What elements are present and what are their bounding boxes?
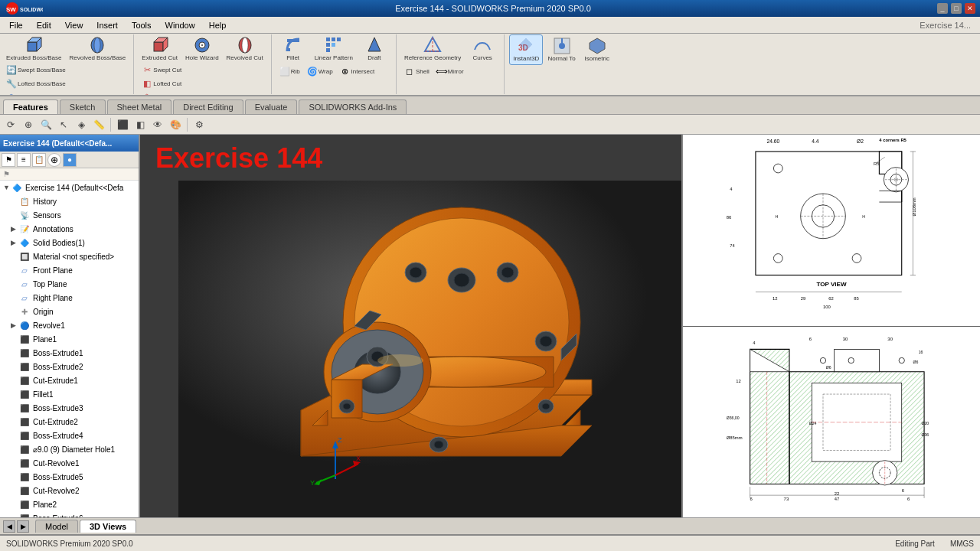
linear-pattern-button[interactable]: Linear Pattern: [312, 34, 356, 64]
tree-view-button[interactable]: ≡: [17, 153, 31, 167]
tree-item-boss-extrude3[interactable]: ⬛ Boss-Extrude3: [0, 401, 139, 415]
tab-features[interactable]: Features: [3, 99, 58, 114]
lofted-boss-button[interactable]: 🔧 Lofted Boss/Base: [3, 77, 68, 91]
extruded-cut-button[interactable]: Extruded Cut: [139, 34, 181, 64]
extruded-boss-button[interactable]: Extruded Boss/Base: [3, 34, 64, 64]
tree-color-button[interactable]: ●: [63, 153, 77, 167]
intersect-button[interactable]: ⊗ Intersect: [337, 65, 377, 79]
menu-insert[interactable]: Insert: [90, 19, 124, 31]
tab-model[interactable]: Model: [35, 520, 78, 533]
rotate-view-button[interactable]: ⟳: [3, 117, 18, 132]
app-logo: SW SOLIDWORKS: [5, 2, 43, 15]
display-style-button[interactable]: ⬛: [115, 117, 130, 132]
curves-button[interactable]: Curves: [466, 34, 499, 64]
tree-item-front-plane[interactable]: ▱ Front Plane: [0, 263, 139, 277]
tree-label-origin: Origin: [33, 308, 54, 316]
tree-item-annotations[interactable]: ▶ 📝 Annotations: [0, 222, 139, 236]
menu-window[interactable]: Window: [159, 19, 201, 31]
menu-file[interactable]: File: [3, 19, 29, 31]
maximize-button[interactable]: □: [951, 3, 962, 14]
wrap-label: Wrap: [318, 68, 333, 75]
svg-text:SW: SW: [6, 6, 16, 13]
tree-item-boss-extrude2[interactable]: ⬛ Boss-Extrude2: [0, 360, 139, 373]
tree-item-boss-extrude5[interactable]: ⬛ Boss-Extrude5: [0, 470, 139, 484]
draft-icon: [365, 36, 384, 54]
wrap-button[interactable]: 🌀 Wrap: [304, 65, 335, 79]
mirror-button[interactable]: ⟺ Mirror: [433, 65, 466, 79]
tree-item-cut-revolve2[interactable]: ⬛ Cut-Revolve2: [0, 484, 139, 497]
tree-item-boss-extrude4[interactable]: ⬛ Boss-Extrude4: [0, 429, 139, 442]
draft-button[interactable]: Draft: [358, 34, 391, 64]
select-button[interactable]: ↖: [56, 117, 71, 132]
tree-filter-button[interactable]: ⚑: [2, 153, 15, 167]
shell-button[interactable]: ◻ Shell: [401, 65, 432, 79]
isometric-button[interactable]: Isometric: [580, 35, 614, 64]
reference-geometry-button[interactable]: Reference Geometry: [401, 34, 464, 64]
tree-properties-button[interactable]: 📋: [32, 153, 46, 167]
menu-help[interactable]: Help: [203, 19, 233, 31]
svg-point-52: [501, 267, 514, 278]
menu-view[interactable]: View: [59, 19, 90, 31]
tab-sheet-metal[interactable]: Sheet Metal: [107, 99, 172, 114]
tree-item-top-plane[interactable]: ▱ Top Plane: [0, 277, 139, 291]
main-toolbar: Extruded Boss/Base Revolved Boss/Base 🔄 …: [0, 34, 980, 96]
tab-scroll-left[interactable]: ◀: [3, 520, 15, 533]
tree-item-origin[interactable]: ✚ Origin: [0, 305, 139, 318]
instant3d-button[interactable]: 3D Instant3D: [509, 34, 543, 65]
tab-scroll-right[interactable]: ▶: [17, 520, 29, 533]
tree-item-root[interactable]: ▼ 🔷 Exercise 144 (Default<<Defa: [0, 181, 139, 194]
revolved-cut-button[interactable]: Revolved Cut: [224, 34, 266, 64]
hole-wizard-button[interactable]: Hole Wizard: [182, 34, 222, 64]
tree-item-cut-revolve1[interactable]: ⬛ Cut-Revolve1: [0, 456, 139, 470]
drawing-top-view: 24.60 4.4 Ø2 4 corners R5 TOP VIEW: [683, 135, 980, 327]
boundary-cut-button[interactable]: ⬠ Boundary Cut: [139, 91, 193, 96]
close-button[interactable]: ✕: [965, 3, 975, 14]
tree-item-right-plane[interactable]: ▱ Right Plane: [0, 291, 139, 305]
revolved-boss-button[interactable]: Revolved Boss/Base: [66, 34, 129, 64]
tree-item-hole1[interactable]: ⬛ ⌀9.0 (9) Diameter Hole1: [0, 442, 139, 456]
measure-button[interactable]: 📏: [91, 117, 106, 132]
menu-tools[interactable]: Tools: [126, 19, 158, 31]
swept-cut-button[interactable]: ✂ Swept Cut: [139, 64, 184, 77]
tree-item-plane1[interactable]: ⬛ Plane1: [0, 332, 139, 346]
section-view-button[interactable]: ◧: [132, 117, 148, 132]
tree-item-fillet1[interactable]: ⬛ Fillet1: [0, 387, 139, 401]
tree-target-button[interactable]: ⊕: [47, 153, 61, 167]
rib-button[interactable]: ⬜ Rib: [276, 65, 302, 79]
menu-edit[interactable]: Edit: [31, 19, 57, 31]
zoom-to-fit-button[interactable]: ⊕: [21, 117, 36, 132]
swept-boss-button[interactable]: 🔄 Swept Boss/Base: [3, 64, 68, 77]
appearances-button[interactable]: 🎨: [168, 117, 183, 132]
tree-item-cut-extrude2[interactable]: ⬛ Cut-Extrude2: [0, 415, 139, 429]
tree-item-history[interactable]: 📋 History: [0, 194, 139, 208]
tree-item-boss-extrude6[interactable]: ⬛ Boss-Extrude6: [0, 511, 139, 517]
hide-show-button[interactable]: 👁: [150, 117, 165, 132]
zoom-in-button[interactable]: 🔍: [38, 117, 54, 132]
tree-item-sensors[interactable]: 📡 Sensors: [0, 208, 139, 222]
tree-item-cut-extrude1[interactable]: ⬛ Cut-Extrude1: [0, 373, 139, 387]
smart-dim-button[interactable]: ◈: [74, 117, 89, 132]
window-controls[interactable]: _ □ ✕: [937, 3, 975, 14]
tree-item-plane2[interactable]: ⬛ Plane2: [0, 497, 139, 511]
tree-item-material[interactable]: 🔲 Material <not specified>: [0, 249, 139, 263]
boundary-boss-button[interactable]: ⬡ Boundary Boss/Base: [3, 91, 77, 96]
tree-item-solid-bodies[interactable]: ▶ 🔷 Solid Bodies(1): [0, 236, 139, 249]
tree-label-revolve1: Revolve1: [33, 321, 65, 330]
tab-evaluate[interactable]: Evaluate: [245, 99, 298, 114]
fillet-button[interactable]: Fillet: [276, 34, 310, 64]
normal-to-button[interactable]: Normal To: [544, 35, 578, 64]
settings-button[interactable]: ⚙: [191, 117, 207, 132]
lofted-cut-button[interactable]: ◧ Lofted Cut: [139, 77, 184, 91]
tree-item-boss-extrude1[interactable]: ⬛ Boss-Extrude1: [0, 346, 139, 360]
minimize-button[interactable]: _: [937, 3, 948, 14]
tab-3dviews[interactable]: 3D Views: [80, 520, 136, 533]
tree-item-revolve1[interactable]: ▶ 🔵 Revolve1: [0, 318, 139, 332]
tab-addins[interactable]: SOLIDWORKS Add-Ins: [299, 99, 407, 114]
viewport[interactable]: Exercise 144: [140, 135, 681, 517]
svg-text:Ø20: Ø20: [921, 421, 929, 425]
intersect-icon: ⊗: [339, 66, 351, 78]
tab-sketch[interactable]: Sketch: [60, 99, 106, 114]
tree-icon-boss-extrude2: ⬛: [18, 360, 31, 373]
toolbar-group-view: 3D Instant3D Normal To Isometric: [509, 34, 619, 94]
tab-direct-editing[interactable]: Direct Editing: [173, 99, 243, 114]
